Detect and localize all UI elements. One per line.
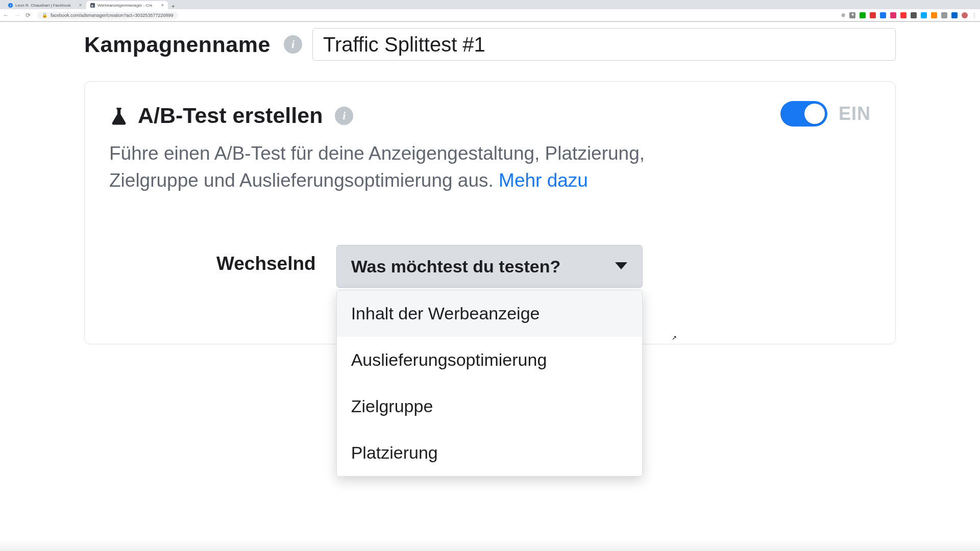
extension-icon[interactable] <box>880 12 886 18</box>
extension-icon[interactable] <box>951 12 958 18</box>
extension-icon[interactable] <box>931 12 937 18</box>
test-variable-select[interactable]: Was möchtest du testen? <box>336 245 643 288</box>
info-icon[interactable]: i <box>284 35 302 54</box>
ab-test-description: Führe einen A/B-Test für deine Anzeigeng… <box>109 140 655 194</box>
info-icon[interactable]: i <box>335 107 353 125</box>
dropdown-option[interactable]: Platzierung <box>337 430 642 476</box>
close-icon[interactable]: × <box>161 3 164 8</box>
ab-test-title: A/B-Test erstellen <box>138 103 323 128</box>
dropdown-option[interactable]: Inhalt der Werbeanzeige <box>337 290 642 337</box>
card-header: A/B-Test erstellen i <box>109 103 871 128</box>
reload-icon[interactable]: ⟳ <box>26 12 31 19</box>
extension-tray: ⊕ ★ ⋮ <box>841 12 977 18</box>
back-icon[interactable]: ← <box>3 12 9 19</box>
select-placeholder: Was möchtest du testen? <box>351 257 561 277</box>
toggle-knob <box>804 104 825 124</box>
campaign-name-row: Kampagnenname i <box>84 28 896 61</box>
dropdown-option[interactable]: Zielgruppe <box>337 383 642 430</box>
forward-icon[interactable]: → <box>14 12 20 19</box>
new-tab-button[interactable]: + <box>168 3 178 9</box>
extension-icon[interactable] <box>890 12 896 18</box>
ads-favicon: ◧ <box>90 3 95 8</box>
address-bar: ← → ⟳ 🔒 facebook.com/adsmanager/creation… <box>0 9 980 21</box>
browser-tab[interactable]: f Leon R. Chaudhari | Facebook × <box>4 1 86 9</box>
browser-chrome: f Leon R. Chaudhari | Facebook × ◧ Werbe… <box>0 0 980 22</box>
toggle-state-label: EIN <box>839 103 871 124</box>
extension-icon[interactable]: ★ <box>849 12 855 18</box>
ab-test-toggle[interactable] <box>780 101 827 127</box>
zoom-icon[interactable]: ⊕ <box>841 12 845 18</box>
tab-strip: f Leon R. Chaudhari | Facebook × ◧ Werbe… <box>0 0 980 9</box>
browser-tab[interactable]: ◧ Werbeanzeigenmanager - Cre × <box>86 1 168 9</box>
page-content: Kampagnenname i A/B-Test erstellen i EIN… <box>0 22 980 344</box>
alternating-label: Wechselnd <box>216 245 316 274</box>
variable-select-row: Wechselnd Was möchtest du testen? Inhalt… <box>109 245 871 288</box>
dropdown-option[interactable]: Auslieferungsoptimierung <box>337 337 642 383</box>
close-icon[interactable]: × <box>79 3 82 8</box>
test-variable-dropdown: Inhalt der Werbeanzeige Auslieferungsopt… <box>336 290 643 477</box>
extension-icon[interactable] <box>921 12 927 18</box>
bottom-shadow <box>0 539 980 551</box>
menu-icon[interactable]: ⋮ <box>972 12 977 18</box>
extension-icon[interactable] <box>870 12 876 18</box>
svg-text:f: f <box>10 4 11 7</box>
avatar[interactable] <box>962 12 968 18</box>
tab-title: Werbeanzeigenmanager - Cre <box>97 3 152 8</box>
url-text: facebook.com/adsmanager/creation?act=303… <box>51 13 173 18</box>
facebook-favicon: f <box>8 3 13 8</box>
ab-test-card: A/B-Test erstellen i EIN Führe einen A/B… <box>84 81 896 344</box>
flask-icon <box>109 106 129 126</box>
lock-icon: 🔒 <box>42 13 47 18</box>
tab-title: Leon R. Chaudhari | Facebook <box>15 3 71 8</box>
extension-icon[interactable] <box>911 12 917 18</box>
extension-icon[interactable] <box>860 12 866 18</box>
campaign-name-input[interactable] <box>312 28 896 61</box>
caret-down-icon <box>615 262 628 271</box>
extension-icon[interactable] <box>900 12 906 18</box>
url-field[interactable]: 🔒 facebook.com/adsmanager/creation?act=3… <box>37 12 178 19</box>
svg-text:◧: ◧ <box>91 4 94 7</box>
learn-more-link[interactable]: Mehr dazu <box>499 170 588 191</box>
extension-icon[interactable] <box>941 12 947 18</box>
campaign-name-label: Kampagnenname <box>84 32 271 57</box>
